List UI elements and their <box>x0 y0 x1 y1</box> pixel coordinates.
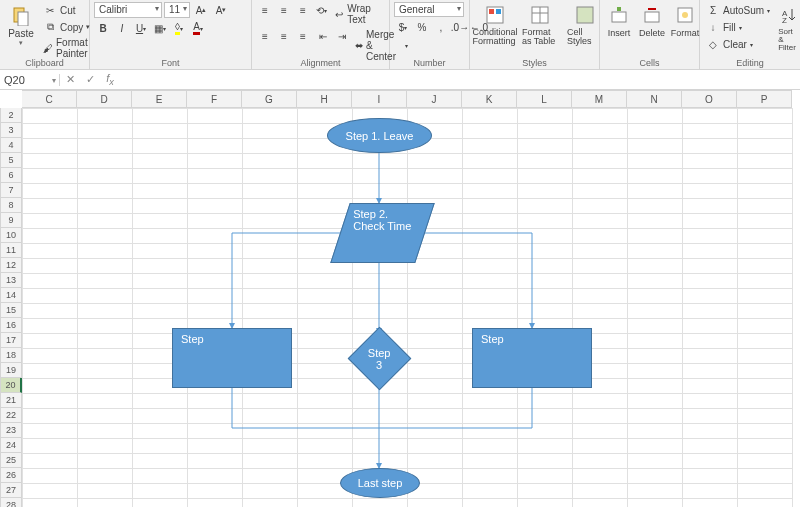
svg-rect-1 <box>18 12 28 26</box>
italic-button[interactable]: I <box>113 20 131 36</box>
row-header-11[interactable]: 11 <box>0 243 22 258</box>
group-alignment: ≡ ≡ ≡ ⟲▾ ↩Wrap Text ≡ ≡ ≡ ⇤ ⇥ ⬌Merge & C… <box>252 0 390 69</box>
font-name-select[interactable]: Calibri <box>94 2 162 18</box>
row-header-10[interactable]: 10 <box>0 228 22 243</box>
align-center-button[interactable]: ≡ <box>275 28 293 44</box>
fx-enter-button[interactable]: ✓ <box>80 73 100 86</box>
col-header-I[interactable]: I <box>352 90 407 108</box>
sort-filter-button[interactable]: AZSort & Filter <box>775 2 800 54</box>
wrap-text-button[interactable]: ↩Wrap Text <box>331 2 385 26</box>
comma-button[interactable]: , <box>432 19 450 35</box>
fill-color-button[interactable]: ◊▾ <box>170 20 188 36</box>
font-size-select[interactable]: 11 <box>164 2 190 18</box>
insert-cells-button[interactable]: Insert <box>604 2 634 40</box>
grow-font-button[interactable]: A▴ <box>192 2 210 18</box>
col-header-J[interactable]: J <box>407 90 462 108</box>
cell-grid[interactable]: Step 1. Leave Step 2. Check Time Step 3 … <box>22 108 792 507</box>
currency-button[interactable]: $▾ <box>394 19 412 35</box>
format-painter-button[interactable]: 🖌Format Painter <box>41 36 94 60</box>
group-label-editing: Editing <box>700 58 800 68</box>
delete-icon <box>641 4 663 26</box>
row-header-5[interactable]: 5 <box>0 153 22 168</box>
row-header-18[interactable]: 18 <box>0 348 22 363</box>
group-label-number: Number <box>390 58 469 68</box>
row-header-7[interactable]: 7 <box>0 183 22 198</box>
format-as-table-button[interactable]: Format as Table <box>519 2 561 48</box>
column-headers: CDEFGHIJKLMNOP <box>22 90 800 108</box>
row-header-20[interactable]: 20 <box>0 378 22 393</box>
col-header-D[interactable]: D <box>77 90 132 108</box>
col-header-K[interactable]: K <box>462 90 517 108</box>
col-header-F[interactable]: F <box>187 90 242 108</box>
row-header-19[interactable]: 19 <box>0 363 22 378</box>
row-header-27[interactable]: 27 <box>0 483 22 498</box>
brush-icon: 🖌 <box>43 41 53 55</box>
align-middle-button[interactable]: ≡ <box>275 2 293 18</box>
group-editing: ΣAutoSum▾ ↓Fill▾ ◇Clear▾ AZSort & Filter… <box>700 0 800 69</box>
fx-insert-button[interactable]: fx <box>100 72 120 87</box>
paste-button[interactable]: Paste▾ <box>4 2 38 49</box>
bold-button[interactable]: B <box>94 20 112 36</box>
align-right-button[interactable]: ≡ <box>294 28 312 44</box>
row-header-9[interactable]: 9 <box>0 213 22 228</box>
row-header-3[interactable]: 3 <box>0 123 22 138</box>
row-header-2[interactable]: 2 <box>0 108 22 123</box>
align-bottom-button[interactable]: ≡ <box>294 2 312 18</box>
align-left-button[interactable]: ≡ <box>256 28 274 44</box>
col-header-C[interactable]: C <box>22 90 77 108</box>
autosum-button[interactable]: ΣAutoSum▾ <box>704 2 772 18</box>
flowchart-process-right[interactable]: Step <box>472 328 592 388</box>
flowchart-end-node[interactable]: Last step <box>340 468 420 498</box>
fill-button[interactable]: ↓Fill▾ <box>704 19 772 35</box>
row-header-15[interactable]: 15 <box>0 303 22 318</box>
copy-button[interactable]: ⧉Copy▾ <box>41 19 94 35</box>
flowchart-process-left[interactable]: Step <box>172 328 292 388</box>
col-header-L[interactable]: L <box>517 90 572 108</box>
row-header-14[interactable]: 14 <box>0 288 22 303</box>
col-header-G[interactable]: G <box>242 90 297 108</box>
row-header-25[interactable]: 25 <box>0 453 22 468</box>
percent-button[interactable]: % <box>413 19 431 35</box>
row-header-8[interactable]: 8 <box>0 198 22 213</box>
svg-point-14 <box>682 12 688 18</box>
row-header-6[interactable]: 6 <box>0 168 22 183</box>
cond-format-icon <box>484 4 506 26</box>
row-header-12[interactable]: 12 <box>0 258 22 273</box>
row-header-22[interactable]: 22 <box>0 408 22 423</box>
clear-button[interactable]: ◇Clear▾ <box>704 36 772 52</box>
inc-decimal-button[interactable]: .0→ <box>451 19 469 35</box>
row-header-23[interactable]: 23 <box>0 423 22 438</box>
align-top-button[interactable]: ≡ <box>256 2 274 18</box>
col-header-M[interactable]: M <box>572 90 627 108</box>
format-icon <box>674 4 696 26</box>
orientation-button[interactable]: ⟲▾ <box>314 2 329 18</box>
row-header-21[interactable]: 21 <box>0 393 22 408</box>
dec-indent-button[interactable]: ⇤ <box>314 28 332 44</box>
formula-input[interactable] <box>120 70 800 89</box>
delete-cells-button[interactable]: Delete <box>637 2 667 40</box>
borders-button[interactable]: ▦▾ <box>151 20 169 36</box>
underline-button[interactable]: U▾ <box>132 20 150 36</box>
col-header-H[interactable]: H <box>297 90 352 108</box>
col-header-O[interactable]: O <box>682 90 737 108</box>
row-header-13[interactable]: 13 <box>0 273 22 288</box>
row-header-28[interactable]: 28 <box>0 498 22 507</box>
row-header-26[interactable]: 26 <box>0 468 22 483</box>
row-header-16[interactable]: 16 <box>0 318 22 333</box>
fx-cancel-button[interactable]: ✕ <box>60 73 80 86</box>
row-header-4[interactable]: 4 <box>0 138 22 153</box>
cut-button[interactable]: ✂Cut <box>41 2 94 18</box>
col-header-N[interactable]: N <box>627 90 682 108</box>
row-header-24[interactable]: 24 <box>0 438 22 453</box>
shrink-font-button[interactable]: A▾ <box>212 2 230 18</box>
row-header-17[interactable]: 17 <box>0 333 22 348</box>
number-format-select[interactable]: General <box>394 2 464 17</box>
col-header-P[interactable]: P <box>737 90 792 108</box>
format-cells-button[interactable]: Format <box>670 2 700 40</box>
col-header-E[interactable]: E <box>132 90 187 108</box>
name-box[interactable]: Q20 <box>0 74 60 86</box>
conditional-formatting-button[interactable]: Conditional Formatting <box>474 2 516 48</box>
flowchart-start-node[interactable]: Step 1. Leave <box>327 118 432 153</box>
font-color-button[interactable]: A▾ <box>189 20 207 36</box>
inc-indent-button[interactable]: ⇥ <box>333 28 351 44</box>
